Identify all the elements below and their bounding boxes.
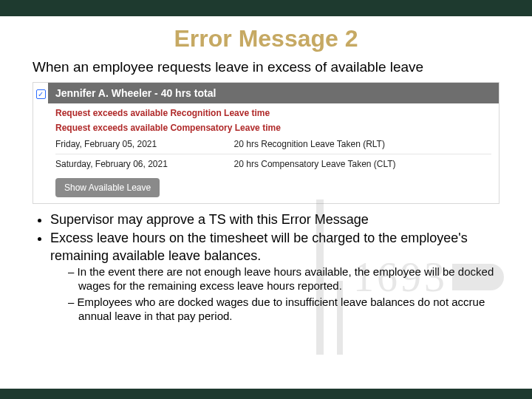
slide-top-bar	[0, 0, 532, 16]
mockup-body: Request exceeds available Recognition Le…	[48, 103, 499, 203]
error-line: Request exceeds available Compensatory L…	[55, 120, 491, 134]
slide-bottom-bar	[0, 389, 532, 399]
table-row: Saturday, February 06, 2021 20 hrs Compe…	[55, 154, 491, 174]
leave-detail: 20 hrs Recognition Leave Taken (RLT)	[234, 134, 491, 154]
bullet-item: Supervisor may approve a TS with this Er…	[50, 211, 499, 228]
employee-header: Jennifer A. Wheeler - 40 hrs total	[48, 83, 499, 103]
checkbox-gutter	[33, 103, 48, 203]
checkbox-cell: ✓	[33, 83, 48, 103]
checkbox-checked-icon[interactable]: ✓	[36, 89, 46, 99]
sub-bullet-item: In the event there are not enough leave …	[68, 265, 499, 293]
slide-intro-text: When an employee requests leave in exces…	[33, 58, 499, 76]
bullet-list: Supervisor may approve a TS with this Er…	[33, 211, 499, 324]
leave-date: Saturday, February 06, 2021	[55, 154, 234, 174]
leave-date: Friday, February 05, 2021	[55, 134, 234, 154]
leave-error-mockup: ✓ Jennifer A. Wheeler - 40 hrs total Req…	[33, 82, 499, 204]
leave-detail: 20 hrs Compensatory Leave Taken (CLT)	[234, 154, 491, 174]
table-row: Friday, February 05, 2021 20 hrs Recogni…	[55, 134, 491, 154]
show-available-leave-button[interactable]: Show Available Leave	[55, 178, 160, 197]
bullet-text: Excess leave hours on the timesheet will…	[50, 231, 468, 262]
bullet-item: Excess leave hours on the timesheet will…	[50, 230, 499, 324]
error-line: Request exceeds available Recognition Le…	[55, 105, 491, 120]
sub-bullet-item: Employees who are docked wages due to in…	[68, 295, 499, 324]
leave-table: Friday, February 05, 2021 20 hrs Recogni…	[55, 134, 491, 174]
slide-title: Error Message 2	[0, 25, 532, 52]
